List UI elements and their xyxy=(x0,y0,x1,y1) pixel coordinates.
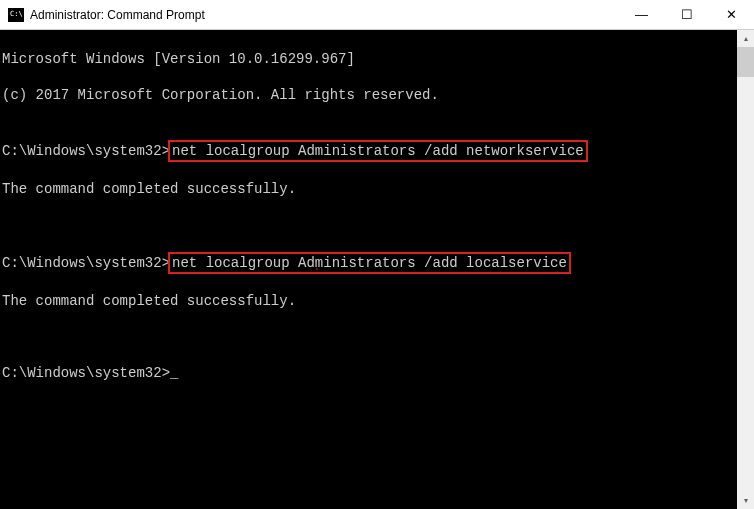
highlighted-command-1: net localgroup Administrators /add netwo… xyxy=(168,140,588,162)
titlebar[interactable]: Administrator: Command Prompt — ☐ ✕ xyxy=(0,0,754,30)
prompt-prefix: C:\Windows\system32> xyxy=(2,143,170,159)
scroll-down-button[interactable]: ▾ xyxy=(737,492,754,509)
content-area: Microsoft Windows [Version 10.0.16299.96… xyxy=(0,30,754,509)
minimize-button[interactable]: — xyxy=(619,0,664,29)
vertical-scrollbar[interactable]: ▴ ▾ xyxy=(737,30,754,509)
command-prompt-window: Administrator: Command Prompt — ☐ ✕ Micr… xyxy=(0,0,754,509)
result-line-2: The command completed successfully. xyxy=(2,292,737,310)
terminal-output[interactable]: Microsoft Windows [Version 10.0.16299.96… xyxy=(0,30,737,509)
prompt-prefix: C:\Windows\system32> xyxy=(2,365,170,381)
result-line-1: The command completed successfully. xyxy=(2,180,737,198)
highlighted-command-2: net localgroup Administrators /add local… xyxy=(168,252,571,274)
current-prompt-line: C:\Windows\system32>_ xyxy=(2,364,737,382)
scroll-track[interactable] xyxy=(737,47,754,492)
cmd-icon xyxy=(8,8,24,22)
command-line-2: C:\Windows\system32>net localgroup Admin… xyxy=(2,252,737,274)
window-title: Administrator: Command Prompt xyxy=(30,8,619,22)
command-line-1: C:\Windows\system32>net localgroup Admin… xyxy=(2,140,737,162)
window-controls: — ☐ ✕ xyxy=(619,0,754,29)
scroll-up-button[interactable]: ▴ xyxy=(737,30,754,47)
cursor: _ xyxy=(170,364,178,382)
red-dot-artifact xyxy=(316,268,318,270)
close-button[interactable]: ✕ xyxy=(709,0,754,29)
maximize-button[interactable]: ☐ xyxy=(664,0,709,29)
scroll-thumb[interactable] xyxy=(737,47,754,77)
prompt-prefix: C:\Windows\system32> xyxy=(2,255,170,271)
copyright-line: (c) 2017 Microsoft Corporation. All righ… xyxy=(2,86,737,104)
version-line: Microsoft Windows [Version 10.0.16299.96… xyxy=(2,50,737,68)
